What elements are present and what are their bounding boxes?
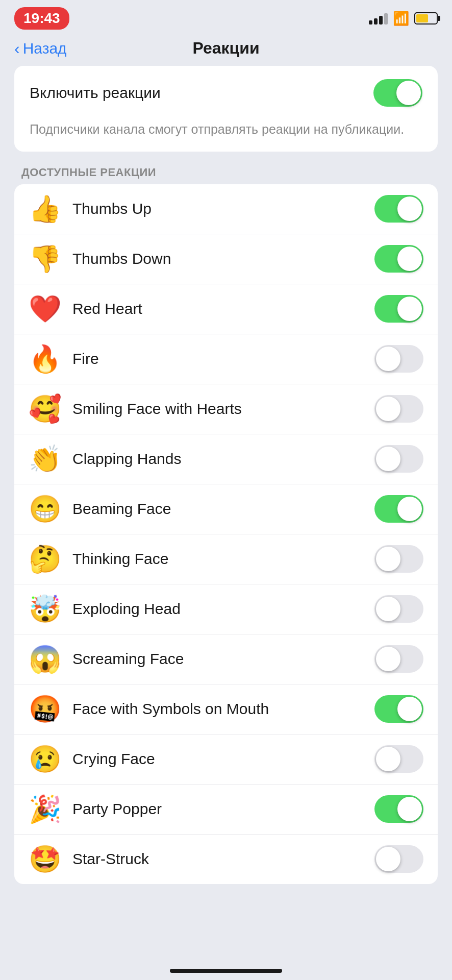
reaction-label: Exploding Head: [72, 600, 363, 618]
enable-reactions-label: Включить реакции: [30, 84, 161, 102]
list-item: 👍 Thumbs Up: [14, 184, 438, 234]
reaction-label: Star-Struck: [72, 850, 363, 868]
battery-icon: [414, 12, 438, 24]
screaming-emoji: 😱: [29, 644, 61, 675]
status-icons: 📶: [369, 11, 438, 27]
clapping-toggle[interactable]: [374, 445, 423, 473]
back-button[interactable]: ‹ Назад: [14, 40, 67, 57]
clapping-emoji: 👏: [29, 444, 61, 475]
crying-emoji: 😢: [29, 744, 61, 775]
page-title: Реакции: [192, 39, 259, 58]
reaction-label: Smiling Face with Hearts: [72, 400, 363, 418]
crying-toggle[interactable]: [374, 745, 423, 773]
beaming-toggle[interactable]: [374, 495, 423, 523]
content: Включить реакции Подписчики канала смогу…: [0, 66, 452, 884]
reaction-label: Crying Face: [72, 750, 363, 768]
symbols-mouth-toggle[interactable]: [374, 695, 423, 723]
star-struck-toggle[interactable]: [374, 845, 423, 873]
nav-bar: ‹ Назад Реакции: [0, 35, 452, 66]
list-item: 🤩 Star-Struck: [14, 835, 438, 884]
list-item: 👎 Thumbs Down: [14, 234, 438, 284]
enable-reactions-toggle[interactable]: [373, 79, 422, 107]
home-indicator: [0, 962, 452, 980]
thinking-toggle[interactable]: [374, 545, 423, 573]
list-item: 🤬 Face with Symbols on Mouth: [14, 684, 438, 734]
reaction-label: Red Heart: [72, 300, 363, 317]
reaction-label: Party Popper: [72, 800, 363, 818]
smiling-hearts-emoji: 🥰: [29, 394, 61, 425]
back-label: Назад: [23, 40, 67, 57]
list-item: 👏 Clapping Hands: [14, 434, 438, 484]
thinking-emoji: 🤔: [29, 544, 61, 575]
reaction-label: Thumbs Up: [72, 200, 363, 217]
red-heart-toggle[interactable]: [374, 295, 423, 323]
home-bar: [170, 969, 282, 973]
list-item: 🎉 Party Popper: [14, 785, 438, 835]
fire-toggle[interactable]: [374, 345, 423, 373]
status-bar: 19:43 📶: [0, 0, 452, 35]
enable-reactions-row: Включить реакции: [14, 66, 438, 120]
star-struck-emoji: 🤩: [29, 844, 61, 875]
toggle-thumb: [396, 81, 421, 105]
thumbs-down-emoji: 👎: [29, 243, 61, 275]
party-toggle[interactable]: [374, 795, 423, 823]
list-item: 🤯 Exploding Head: [14, 584, 438, 634]
party-popper-emoji: 🎉: [29, 794, 61, 825]
exploding-emoji: 🤯: [29, 594, 61, 625]
reaction-label: Fire: [72, 350, 363, 368]
signal-icon: [369, 12, 388, 24]
symbols-mouth-emoji: 🤬: [29, 694, 61, 725]
list-item: 🤔 Thinking Face: [14, 534, 438, 584]
reaction-label: Thinking Face: [72, 550, 363, 568]
thumbs-down-toggle[interactable]: [374, 245, 423, 273]
reactions-section-header: ДОСТУПНЫЕ РЕАКЦИИ: [14, 157, 438, 184]
list-item: 😱 Screaming Face: [14, 634, 438, 684]
reaction-label: Thumbs Down: [72, 250, 363, 267]
list-item: 😁 Beaming Face: [14, 484, 438, 534]
enable-reactions-card: Включить реакции Подписчики канала смогу…: [14, 66, 438, 152]
reaction-label: Screaming Face: [72, 650, 363, 668]
wifi-icon: 📶: [393, 11, 409, 27]
status-time: 19:43: [14, 7, 69, 30]
fire-emoji: 🔥: [29, 344, 61, 375]
thumbs-up-toggle[interactable]: [374, 195, 423, 223]
screaming-toggle[interactable]: [374, 645, 423, 673]
reaction-label: Clapping Hands: [72, 450, 363, 468]
thumbs-up-emoji: 👍: [29, 193, 61, 225]
beaming-emoji: 😁: [29, 494, 61, 525]
list-item: 😢 Crying Face: [14, 734, 438, 785]
reactions-list: 👍 Thumbs Up 👎 Thumbs Down ❤️ Red Heart: [14, 184, 438, 884]
reaction-label: Face with Symbols on Mouth: [72, 700, 363, 718]
reaction-label: Beaming Face: [72, 500, 363, 518]
exploding-toggle[interactable]: [374, 595, 423, 623]
smiling-hearts-toggle[interactable]: [374, 395, 423, 423]
red-heart-emoji: ❤️: [29, 293, 61, 325]
back-chevron-icon: ‹: [14, 40, 20, 57]
toggle-track: [373, 79, 422, 107]
list-item: ❤️ Red Heart: [14, 284, 438, 334]
list-item: 🥰 Smiling Face with Hearts: [14, 384, 438, 434]
list-item: 🔥 Fire: [14, 334, 438, 384]
enable-reactions-description: Подписчики канала смогут отправлять реак…: [14, 120, 438, 152]
